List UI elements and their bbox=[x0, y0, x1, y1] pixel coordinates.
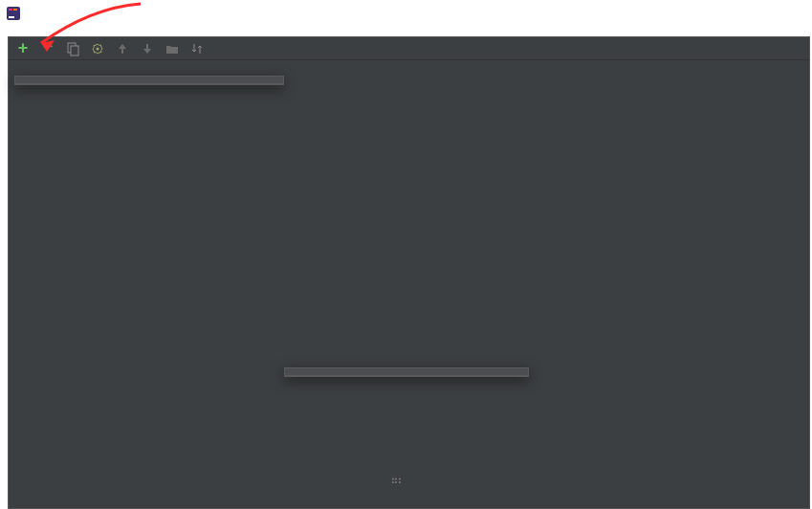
dialog-client: + − ⠿ bbox=[8, 36, 810, 509]
app-icon bbox=[6, 6, 21, 21]
titlebar bbox=[0, 0, 812, 27]
add-configuration-popup bbox=[14, 76, 284, 85]
sort-button[interactable] bbox=[188, 40, 206, 57]
svg-point-6 bbox=[97, 47, 99, 50]
add-button[interactable]: + bbox=[14, 40, 32, 57]
folder-button[interactable] bbox=[164, 40, 181, 57]
toolbar: + − bbox=[9, 37, 809, 60]
copy-button[interactable] bbox=[64, 40, 81, 57]
resize-grip[interactable]: ⠿ bbox=[388, 476, 402, 483]
edit-defaults-button[interactable] bbox=[89, 40, 106, 57]
move-down-button[interactable] bbox=[139, 40, 156, 57]
empty-state-hint bbox=[296, 71, 809, 90]
docker-submenu bbox=[284, 367, 529, 377]
remove-button[interactable]: − bbox=[39, 38, 56, 55]
submenu-title bbox=[285, 368, 528, 376]
svg-rect-5 bbox=[71, 46, 78, 55]
move-up-button[interactable] bbox=[114, 40, 131, 57]
popup-title bbox=[15, 77, 283, 84]
svg-rect-2 bbox=[9, 9, 12, 11]
svg-rect-3 bbox=[13, 9, 17, 11]
svg-rect-1 bbox=[9, 16, 14, 18]
